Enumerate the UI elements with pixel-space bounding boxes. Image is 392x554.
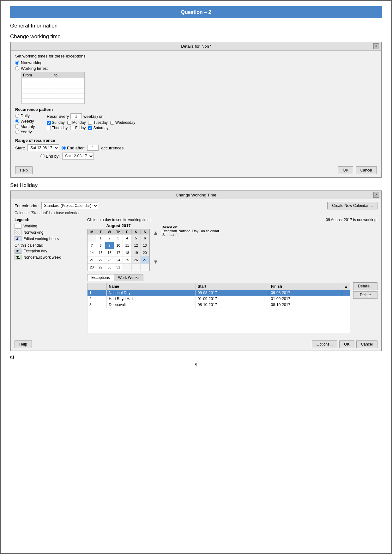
wednesday-checkbox-label[interactable]: Wednesday: [110, 120, 135, 125]
dialog1-cancel-btn[interactable]: Cancel: [356, 166, 377, 174]
cal-cell-22[interactable]: 22: [96, 256, 105, 263]
cal-cell-6[interactable]: 6: [141, 235, 149, 242]
cal-cell-25[interactable]: 25: [123, 256, 132, 263]
monday-checkbox-label[interactable]: Monday: [67, 120, 86, 125]
working-times-radio[interactable]: [15, 66, 19, 70]
page-number: 5: [4, 363, 388, 367]
end-after-radio-label[interactable]: End after:: [62, 146, 85, 150]
cal-cell-14[interactable]: 14: [87, 249, 96, 256]
monday-checkbox[interactable]: [67, 121, 71, 125]
tuesday-checkbox-label[interactable]: Tuesday: [88, 120, 108, 125]
exc-col-name: Name: [107, 283, 196, 290]
based-on-section: Based on: Exception 'National Day ' on c…: [162, 225, 225, 237]
calendar-month-title: August 2017: [87, 223, 150, 228]
cal-cell-27[interactable]: 27: [141, 256, 149, 263]
dialog2: Change Working Time × For calendar: Stan…: [10, 190, 382, 351]
exc-scroll: [342, 302, 350, 308]
end-after-radio[interactable]: [62, 146, 66, 150]
dialog1-help-btn[interactable]: Help: [15, 166, 33, 174]
end-after-input[interactable]: [87, 145, 99, 151]
nonworking-radio[interactable]: [15, 61, 19, 65]
friday-checkbox[interactable]: [70, 126, 74, 130]
cal-cell-24[interactable]: 24: [114, 256, 123, 263]
end-by-radio-label[interactable]: End by:: [40, 154, 60, 159]
cal-cell-30[interactable]: 30: [105, 264, 114, 271]
calendar-select[interactable]: Standard (Project Calendar): [41, 202, 98, 209]
dialog2-help-btn[interactable]: Help: [15, 340, 32, 348]
cal-cell-29[interactable]: 29: [96, 264, 105, 271]
table-row[interactable]: 1 National Day 09-08-2017 09-08-2017: [87, 290, 350, 296]
sunday-checkbox[interactable]: [47, 121, 51, 125]
details-btn[interactable]: Details...: [353, 282, 377, 290]
cal-cell-4[interactable]: 4: [123, 235, 132, 242]
tuesday-checkbox[interactable]: [88, 121, 92, 125]
table-row[interactable]: 2 Hari Raya Haji 01-09-2017 01-09-2017: [87, 296, 350, 302]
daily-radio[interactable]: [15, 114, 19, 118]
cal-cell-5[interactable]: 5: [132, 235, 141, 242]
cal-cell-10[interactable]: 10: [114, 242, 123, 249]
calendar-grid[interactable]: M T W Th F S S 1: [87, 229, 150, 271]
exc-scroll: [342, 296, 350, 302]
thursday-checkbox-label[interactable]: Thursday: [47, 126, 68, 130]
cal-cell-20[interactable]: 20: [141, 249, 149, 256]
weekly-radio[interactable]: [15, 119, 19, 123]
cal-cell-26[interactable]: 26: [132, 256, 141, 263]
yearly-radio[interactable]: [15, 130, 19, 134]
wednesday-checkbox[interactable]: [110, 121, 114, 125]
delete-btn[interactable]: Delete: [353, 291, 377, 299]
dialog1-titlebar: Details for 'Non ' ×: [11, 42, 381, 51]
cal-cell-23[interactable]: 23: [105, 256, 114, 263]
cal-scroll-up[interactable]: ▲: [153, 230, 159, 236]
tab-work-weeks[interactable]: Work Weeks: [114, 274, 144, 281]
dialog1-close-btn[interactable]: ×: [373, 43, 379, 49]
range-section: Range of recurrence Start: Sat 12-08-17 …: [15, 138, 377, 160]
dialog2-options-btn[interactable]: Options...: [312, 340, 337, 348]
cal-cell-18[interactable]: 18: [123, 249, 132, 256]
recurrence-section: Recurrence pattern Daily Weekly Monthly: [15, 107, 377, 134]
nonworking-radio-label[interactable]: Nonworking: [15, 60, 377, 65]
cal-cell-7[interactable]: 7: [87, 242, 96, 249]
cal-cell-2[interactable]: 2: [105, 235, 114, 242]
saturday-checkbox-label[interactable]: Saturday: [88, 126, 108, 130]
sunday-checkbox-label[interactable]: Sunday: [47, 120, 65, 125]
cal-cell-16[interactable]: 16: [105, 249, 114, 256]
end-by-radio[interactable]: [40, 154, 45, 158]
dialog2-ok-btn[interactable]: OK: [339, 340, 354, 348]
cal-cell-28[interactable]: 28: [87, 264, 96, 271]
end-by-select[interactable]: Sat 12-08-17: [62, 153, 94, 160]
friday-checkbox-label[interactable]: Friday: [70, 126, 86, 130]
dialog2-close-btn[interactable]: ×: [373, 192, 379, 198]
cal-cell-19[interactable]: 19: [132, 249, 141, 256]
working-times-radio-label[interactable]: Working times:: [15, 66, 377, 71]
cal-cell-1[interactable]: 1: [96, 235, 105, 242]
exc-col-num: [87, 283, 107, 290]
cal-cell-12[interactable]: 12: [132, 242, 141, 249]
cal-cell-9[interactable]: 9: [105, 242, 114, 249]
cal-cell-8[interactable]: 8: [96, 242, 105, 249]
a-label: a): [10, 354, 382, 359]
cal-cell-11[interactable]: 11: [123, 242, 132, 249]
start-date-select[interactable]: Sat 12-08-17: [27, 144, 59, 151]
cal-scroll-down[interactable]: ▼: [153, 259, 159, 265]
cal-cell-17[interactable]: 17: [114, 249, 123, 256]
cal-cell-21[interactable]: 21: [87, 256, 96, 263]
daily-radio-label[interactable]: Daily: [15, 113, 40, 118]
exc-scroll: [342, 290, 350, 296]
cal-cell-13[interactable]: 13: [141, 242, 149, 249]
thursday-checkbox[interactable]: [47, 126, 51, 130]
cal-cell-3[interactable]: 3: [114, 235, 123, 242]
cal-cell-31[interactable]: 31: [114, 264, 123, 271]
monthly-radio-label[interactable]: Monthly: [15, 124, 40, 129]
monthly-radio[interactable]: [15, 124, 19, 129]
cal-cell-15[interactable]: 15: [96, 249, 105, 256]
dialog1-ok-btn[interactable]: OK: [338, 166, 353, 174]
exc-start: 01-09-2017: [196, 296, 269, 302]
saturday-checkbox[interactable]: [88, 126, 92, 130]
dialog2-cancel-btn[interactable]: Cancel: [356, 340, 377, 348]
table-row[interactable]: 3 Deepavali 08-10-2017 08-10-2017: [87, 302, 350, 308]
create-new-calendar-btn[interactable]: Create New Calendar ...: [327, 202, 377, 209]
tab-exceptions[interactable]: Exceptions: [87, 274, 114, 281]
weekly-radio-label[interactable]: Weekly: [15, 119, 40, 123]
recur-every-input[interactable]: 1: [70, 113, 82, 119]
yearly-radio-label[interactable]: Yearly: [15, 129, 40, 134]
